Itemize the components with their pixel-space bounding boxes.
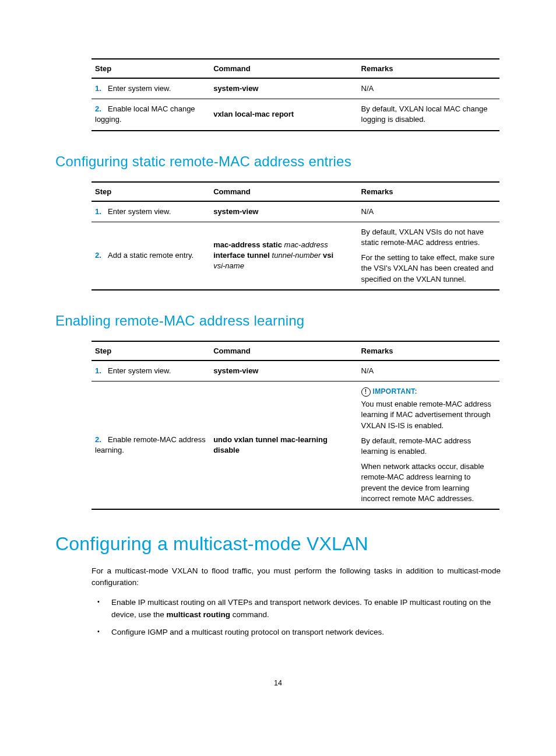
table-row: 1.Enter system view. system-view N/A [92, 360, 499, 382]
table-enable-remote-mac: Step Command Remarks 1.Enter system view… [92, 341, 499, 510]
command-text: system-view [213, 84, 258, 93]
table-header-row: Step Command Remarks [92, 182, 499, 201]
cell-command: system-view [210, 201, 357, 222]
cell-remarks: ! IMPORTANT: You must enable remote-MAC … [358, 381, 499, 509]
cell-remarks: N/A [358, 201, 499, 222]
table-row: 2.Enable local MAC change logging. vxlan… [92, 99, 499, 131]
step-text: Enable local MAC change logging. [95, 104, 195, 124]
command-text: undo vxlan tunnel mac-learning disable [213, 435, 328, 454]
step-number: 2. [95, 250, 108, 261]
th-command: Command [210, 341, 357, 360]
th-command: Command [210, 182, 357, 201]
alert-icon: ! [361, 387, 371, 397]
cell-command: vxlan local-mac report [210, 99, 357, 131]
bullet-text-post: command. [230, 610, 269, 619]
step-number: 2. [95, 435, 108, 445]
table-row: 2.Add a static remote entry. mac-address… [92, 222, 499, 289]
table-static-remote-mac: Step Command Remarks 1.Enter system view… [92, 181, 499, 290]
cell-command: mac-address static mac-address interface… [210, 222, 357, 289]
cell-step: 2.Add a static remote entry. [92, 222, 210, 289]
command-text: system-view [213, 366, 258, 375]
command-text: system-view [213, 207, 258, 216]
important-label-text: IMPORTANT: [373, 387, 417, 397]
table-header-row: Step Command Remarks [92, 59, 499, 78]
step-text: Enable remote-MAC address learning. [95, 435, 206, 454]
remark-text: By default, VXLAN VSIs do not have stati… [361, 227, 496, 248]
cell-remarks: By default, VXLAN VSIs do not have stati… [358, 222, 499, 289]
table-header-row: Step Command Remarks [92, 341, 499, 360]
cell-remarks: By default, VXLAN local MAC change loggi… [358, 99, 499, 131]
table-row: 1.Enter system view. system-view N/A [92, 78, 499, 99]
step-text: Enter system view. [108, 207, 171, 216]
remark-text: By default, remote-MAC address learning … [361, 436, 496, 457]
th-command: Command [210, 59, 357, 78]
step-text: Enter system view. [108, 84, 171, 93]
command-text: vxlan local-mac report [213, 110, 294, 118]
th-remarks: Remarks [358, 341, 499, 360]
cell-step: 1.Enter system view. [92, 201, 210, 222]
th-step: Step [92, 341, 210, 360]
remark-text: When network attacks occur, disable remo… [361, 461, 496, 504]
table-row: 1.Enter system view. system-view N/A [92, 201, 499, 222]
heading-static-remote-mac: Configuring static remote-MAC address en… [55, 153, 501, 170]
th-remarks: Remarks [358, 59, 499, 78]
cell-remarks: N/A [358, 78, 499, 99]
heading-multicast-vxlan: Configuring a multicast-mode VXLAN [55, 533, 501, 555]
step-number: 2. [95, 104, 108, 114]
list-item: Enable IP multicast routing on all VTEPs… [92, 597, 501, 621]
cell-command: undo vxlan tunnel mac-learning disable [210, 381, 357, 509]
bullet-bold: multicast routing [167, 610, 231, 619]
th-remarks: Remarks [358, 182, 499, 201]
cmd-arg: mac-address [284, 240, 328, 249]
th-step: Step [92, 182, 210, 201]
cmd-part: interface tunnel [213, 251, 270, 260]
table-local-mac-logging: Step Command Remarks 1.Enter system view… [92, 58, 499, 131]
list-item: Configure IGMP and a multicast routing p… [92, 626, 501, 638]
cell-step: 1.Enter system view. [92, 78, 210, 99]
cmd-part: mac-address static [213, 240, 282, 249]
step-number: 1. [95, 366, 108, 376]
page-number: 14 [55, 679, 501, 687]
th-step: Step [92, 59, 210, 78]
step-text: Enter system view. [108, 366, 171, 375]
remark-text: You must enable remote-MAC address learn… [361, 399, 496, 431]
cmd-arg: tunnel-number [272, 251, 321, 260]
cell-step: 1.Enter system view. [92, 360, 210, 382]
cell-step: 2.Enable remote-MAC address learning. [92, 381, 210, 509]
table-row: 2.Enable remote-MAC address learning. un… [92, 381, 499, 509]
cmd-part: vsi [323, 251, 333, 260]
cell-remarks: N/A [358, 360, 499, 382]
cell-command: system-view [210, 360, 357, 382]
important-callout: ! IMPORTANT: [361, 387, 417, 397]
intro-paragraph: For a multicast-mode VXLAN to flood traf… [55, 565, 501, 589]
cmd-arg: vsi-name [213, 261, 244, 270]
step-number: 1. [95, 83, 108, 94]
step-number: 1. [95, 206, 108, 217]
remark-text: For the setting to take effect, make sur… [361, 253, 496, 285]
step-text: Add a static remote entry. [108, 251, 193, 260]
cell-command: system-view [210, 78, 357, 99]
heading-enable-remote-mac: Enabling remote-MAC address learning [55, 313, 501, 329]
cell-step: 2.Enable local MAC change logging. [92, 99, 210, 131]
bullet-list: Enable IP multicast routing on all VTEPs… [55, 597, 501, 638]
